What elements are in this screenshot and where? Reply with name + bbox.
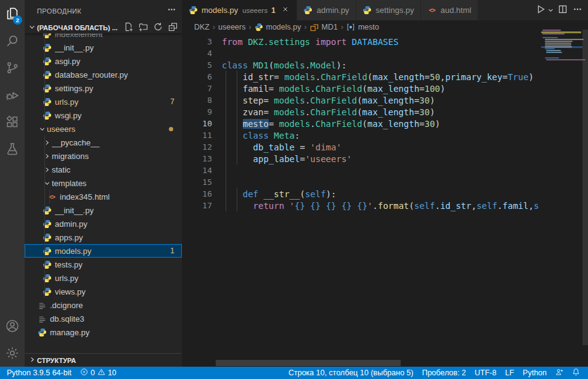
code-line-9[interactable]: 9 zvan= models.CharField(max_length=30) bbox=[182, 106, 539, 118]
tree-item-database_roouter.py[interactable]: database_roouter.py bbox=[25, 68, 182, 81]
indentation-status[interactable]: Пробелов: 2 bbox=[418, 367, 470, 379]
vertical-scrollbar[interactable] bbox=[582, 30, 588, 345]
tree-item-__init__.py[interactable]: __init__.py bbox=[25, 41, 182, 54]
chevron-down-icon bbox=[42, 178, 52, 188]
run-button[interactable] bbox=[534, 4, 547, 17]
code-line-17[interactable]: 17 return '{} {} {} {} {}'.format(self.i… bbox=[182, 200, 539, 211]
more-actions-button[interactable] bbox=[571, 4, 584, 17]
notifications-button[interactable] bbox=[568, 367, 584, 379]
tree-item-__pycache__[interactable]: __pycache__ bbox=[25, 136, 182, 149]
line-content: famil= models.CharField(max_length=100) bbox=[222, 84, 446, 94]
encoding-label: UTF-8 bbox=[475, 369, 496, 377]
chevron-right-icon bbox=[42, 137, 52, 147]
collapse-all-button[interactable] bbox=[167, 22, 178, 33]
tab-settings.py[interactable]: settings.py bbox=[356, 0, 421, 20]
activity-item-search[interactable] bbox=[0, 27, 25, 54]
code-lines: 3from DKZ.settings import DATABASES45cla… bbox=[182, 36, 539, 211]
activity-item-source-control[interactable] bbox=[0, 54, 25, 81]
tree-item-apps.py[interactable]: apps.py bbox=[25, 230, 182, 244]
explorer-more-actions-button[interactable] bbox=[166, 6, 177, 17]
tree-item-indexelement[interactable]: indexelement bbox=[25, 33, 182, 41]
tree-item-urls.py[interactable]: urls.py7 bbox=[25, 95, 182, 108]
feedback-button[interactable] bbox=[551, 367, 568, 379]
activity-item-run-debug[interactable] bbox=[0, 81, 25, 108]
tab-admin.py[interactable]: admin.py bbox=[297, 0, 356, 20]
code-line-7[interactable]: 7 famil= models.CharField(max_length=100… bbox=[182, 83, 539, 94]
horizontal-scrollbar[interactable] bbox=[216, 360, 401, 366]
outline-section-header[interactable]: СТРУКТУРА bbox=[25, 353, 182, 367]
code-line-15[interactable]: 15 bbox=[182, 176, 539, 188]
breadcrumb-item-MD1[interactable]: MD1 bbox=[309, 23, 337, 32]
new-folder-button[interactable] bbox=[137, 22, 149, 33]
line-content: def __str__(self): bbox=[222, 189, 336, 199]
run-dropdown-button[interactable] bbox=[546, 4, 555, 17]
tree-item-models.py[interactable]: models.py1 bbox=[25, 244, 182, 258]
minimap[interactable] bbox=[541, 30, 582, 110]
eol-status[interactable]: LF bbox=[500, 367, 518, 379]
code-line-3[interactable]: 3from DKZ.settings import DATABASES bbox=[182, 36, 539, 47]
line-content: db_table = 'dima' bbox=[222, 142, 341, 152]
breadcrumb-separator: › bbox=[248, 23, 251, 31]
encoding-status[interactable]: UTF-8 bbox=[470, 367, 500, 379]
tree-item-admin.py[interactable]: admin.py bbox=[25, 217, 182, 230]
editor-group: models.pyuseeers1admin.pysettings.py<>au… bbox=[182, 0, 588, 367]
code-line-10[interactable]: 10 mesto= models.CharField(max_length=30… bbox=[182, 118, 539, 129]
breadcrumb-item-models.py[interactable]: models.py bbox=[254, 23, 301, 32]
python-interpreter-status[interactable]: Python 3.9.5 64-bit bbox=[2, 367, 76, 379]
activity-item-settings[interactable] bbox=[0, 340, 25, 367]
cursor-position-status[interactable]: Строка 10, столбец 10 (выбрано 5) bbox=[284, 367, 418, 379]
breadcrumb-item-mesto[interactable]: mesto bbox=[346, 23, 379, 32]
tab-label: aud.html bbox=[441, 6, 472, 15]
split-editor-button[interactable] bbox=[556, 4, 570, 17]
code-line-5[interactable]: 5class MD1(models.Model): bbox=[182, 59, 539, 71]
refresh-button[interactable] bbox=[152, 22, 163, 33]
problems-status[interactable]: 0 10 bbox=[76, 367, 121, 379]
line-content: app_label='useeers' bbox=[222, 154, 352, 164]
error-icon bbox=[80, 368, 88, 378]
line-content: from DKZ.settings import DATABASES bbox=[222, 37, 399, 47]
breadcrumb-label: mesto bbox=[358, 23, 379, 31]
activity-item-testing[interactable] bbox=[0, 136, 25, 163]
tab-label: admin.py bbox=[317, 6, 349, 15]
code-line-11[interactable]: 11 class Meta: bbox=[182, 129, 539, 141]
tree-item-__init__.py[interactable]: __init__.py bbox=[25, 203, 182, 217]
tree-item-.dcignore[interactable]: .dcignore bbox=[25, 298, 182, 312]
activity-item-extensions[interactable] bbox=[0, 108, 25, 136]
language-mode-status[interactable]: Python bbox=[518, 367, 551, 379]
tree-item-static[interactable]: static bbox=[25, 163, 182, 176]
tree-item-useeers[interactable]: useeers bbox=[25, 122, 182, 136]
workspace-section-header[interactable]: (РАБОЧАЯ ОБЛАСТЬ) ... bbox=[25, 22, 182, 33]
tree-item-views.py[interactable]: views.py bbox=[25, 285, 182, 298]
tab-aud.html[interactable]: <>aud.html bbox=[421, 0, 478, 20]
tree-item-asgi.py[interactable]: asgi.py bbox=[25, 54, 182, 68]
tree-item-wsgi.py[interactable]: wsgi.py bbox=[25, 108, 182, 122]
vscode-window: 2 ПРОВОДНИК (РАБОЧАЯ ОБЛАСТЬ) ... indexe… bbox=[0, 0, 588, 379]
tree-item-tests.py[interactable]: tests.py bbox=[25, 258, 182, 271]
indent-guide bbox=[44, 244, 45, 258]
tree-item-index345.html[interactable]: <>index345.html bbox=[25, 190, 182, 203]
close-icon[interactable] bbox=[280, 6, 290, 15]
tree-item-urls.py[interactable]: urls.py bbox=[25, 271, 182, 285]
error-count: 0 bbox=[91, 369, 95, 377]
new-file-button[interactable] bbox=[123, 22, 134, 33]
tree-item-migrations[interactable]: migrations bbox=[25, 149, 182, 163]
tree-item-label: useeers bbox=[47, 124, 169, 134]
code-line-12[interactable]: 12 db_table = 'dima' bbox=[182, 141, 539, 153]
tree-item-manage.py[interactable]: manage.py bbox=[25, 325, 182, 339]
activity-item-account[interactable] bbox=[0, 312, 25, 340]
code-line-4[interactable]: 4 bbox=[182, 47, 539, 59]
code-line-13[interactable]: 13 app_label='useeers' bbox=[182, 153, 539, 165]
breadcrumb-item-useeers[interactable]: useeers bbox=[218, 23, 245, 31]
activity-bar-top: 2 bbox=[0, 0, 25, 163]
activity-item-explorer[interactable]: 2 bbox=[0, 0, 25, 27]
breadcrumb-item-DKZ[interactable]: DKZ bbox=[194, 23, 210, 31]
tree-item-templates[interactable]: templates bbox=[25, 176, 182, 190]
code-editor[interactable]: 3from DKZ.settings import DATABASES45cla… bbox=[182, 34, 588, 367]
code-line-6[interactable]: 6 id_str= models.CharField(max_length=50… bbox=[182, 71, 539, 83]
code-line-16[interactable]: 16 def __str__(self): bbox=[182, 188, 539, 200]
tree-item-settings.py[interactable]: settings.py bbox=[25, 81, 182, 95]
tab-models.py[interactable]: models.pyuseeers1 bbox=[182, 0, 297, 20]
tree-item-db.sqlite3[interactable]: db.sqlite3 bbox=[25, 312, 182, 325]
code-line-14[interactable]: 14 bbox=[182, 165, 539, 176]
code-line-8[interactable]: 8 step= models.CharField(max_length=30) bbox=[182, 94, 539, 106]
